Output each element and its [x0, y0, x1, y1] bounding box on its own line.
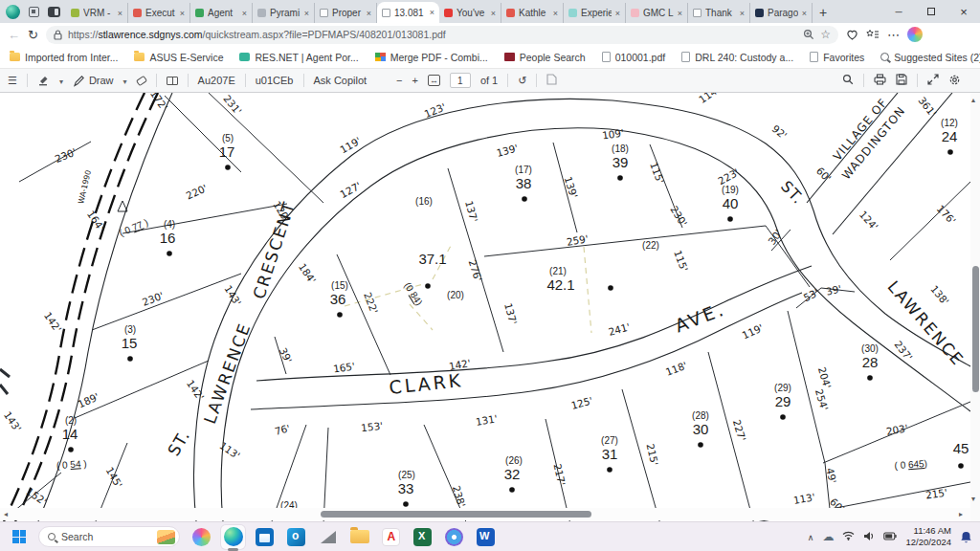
url-field[interactable]: https://stlawrence.sdgnys.com/quickstrea…	[46, 26, 838, 44]
bookmark-res-net-agent-por[interactable]: RES.NET | Agent Por...	[239, 52, 358, 63]
scroll-left-icon[interactable]	[4, 510, 8, 518]
ask-copilot-button[interactable]: Ask Copilot	[314, 75, 368, 86]
scroll-up-icon[interactable]	[971, 96, 975, 104]
tab-close-icon[interactable]	[304, 9, 309, 18]
tab-you-ve[interactable]: You've	[439, 3, 501, 23]
folder-app-icon[interactable]	[347, 525, 371, 549]
horizontal-scrollbar[interactable]	[0, 508, 970, 520]
fit-width-icon[interactable]	[428, 75, 440, 86]
tab-parago[interactable]: Parago	[750, 3, 813, 23]
refresh-icon[interactable]	[28, 29, 38, 41]
copilot-app-icon[interactable]	[189, 525, 213, 549]
lock-icon[interactable]	[54, 30, 62, 40]
toc-menu-icon[interactable]	[8, 75, 17, 87]
tab-experie[interactable]: Experie	[564, 3, 626, 23]
tab-proper[interactable]: Proper	[315, 3, 377, 23]
acro-app-icon[interactable]	[379, 525, 403, 549]
vertical-scrollbar[interactable]	[970, 93, 980, 521]
tab-close-icon[interactable]	[615, 9, 620, 18]
tab-actions-icon[interactable]	[48, 7, 60, 17]
page-view-icon[interactable]	[167, 77, 178, 85]
bookmark-people-search[interactable]: People Search	[504, 52, 586, 63]
vertical-scroll-thumb[interactable]	[972, 266, 979, 392]
copilot-icon[interactable]	[907, 27, 923, 42]
highlighter-button[interactable]	[37, 74, 50, 88]
read-aloud-icon[interactable]	[198, 75, 235, 86]
wifi-icon[interactable]	[842, 531, 855, 542]
tab-kathle[interactable]: Kathle	[501, 3, 564, 23]
new-tab-button[interactable]: +	[813, 2, 834, 23]
zoom-page-icon[interactable]	[803, 29, 814, 40]
gear-icon[interactable]	[948, 74, 961, 88]
excel-app-icon[interactable]	[411, 525, 434, 549]
browser-essentials-icon[interactable]	[846, 29, 858, 41]
battery-icon[interactable]	[883, 532, 897, 542]
bookmark-merge-pdf-combi[interactable]: Merge PDF - Combi...	[375, 52, 488, 63]
draw-button[interactable]: Draw	[73, 75, 114, 87]
tab-close-icon[interactable]	[678, 9, 682, 18]
bookmark-010001-pdf[interactable]: 010001.pdf	[602, 52, 666, 63]
store-app-icon[interactable]	[253, 525, 277, 549]
bookmark-asus-e-service[interactable]: ASUS E-Service	[134, 52, 223, 63]
favorites-list-icon[interactable]	[866, 29, 880, 40]
edge-app-icon[interactable]	[221, 525, 245, 549]
tab-thank[interactable]: Thank	[688, 3, 750, 23]
tab-close-icon[interactable]	[802, 9, 807, 18]
bookmark-imported-from-inter[interactable]: Imported from Inter...	[10, 52, 118, 63]
tab-13-081[interactable]: 13.081	[377, 2, 439, 23]
tab-close-icon[interactable]	[740, 9, 745, 18]
tab-close-icon[interactable]	[367, 9, 371, 18]
tab-pyrami[interactable]: Pyrami	[253, 3, 315, 23]
back-icon[interactable]	[8, 29, 20, 41]
zoom-in-icon[interactable]: +	[412, 75, 417, 86]
tab-close-icon[interactable]	[553, 9, 558, 18]
scroll-right-icon[interactable]	[959, 510, 963, 518]
page-number-input[interactable]: 1	[450, 73, 471, 88]
taskbar-clock[interactable]: 11:46 AM12/20/2024	[905, 525, 951, 548]
expand-icon[interactable]	[927, 74, 939, 87]
window-close-button[interactable]	[947, 0, 980, 23]
settings-more-icon[interactable]	[887, 26, 900, 43]
favorite-star-icon[interactable]	[820, 28, 831, 41]
highlighter-dropdown-icon[interactable]	[59, 75, 63, 86]
scroll-down-icon[interactable]	[971, 495, 975, 503]
tab-close-icon[interactable]	[180, 9, 185, 18]
word-app-icon[interactable]	[474, 525, 498, 549]
translate-icon[interactable]	[256, 75, 294, 86]
outlook-app-icon[interactable]	[284, 525, 308, 549]
page-tools-icon[interactable]	[546, 74, 557, 87]
tab-gmc-l[interactable]: GMC L	[626, 3, 688, 23]
window-minimize-button[interactable]	[882, 0, 915, 23]
bookmark-favorites[interactable]: Favorites	[810, 52, 864, 63]
snip-app-icon[interactable]	[316, 525, 340, 549]
tab-agent[interactable]: Agent	[190, 3, 253, 23]
bookmark-suggested-sites-2[interactable]: Suggested Sites (2)	[880, 52, 980, 63]
workspaces-icon[interactable]	[29, 7, 39, 17]
bookmark-drl-240-custody-a[interactable]: DRL 240: Custody a...	[681, 52, 793, 63]
url-text[interactable]: https://stlawrence.sdgnys.com/quickstrea…	[68, 29, 797, 40]
window-maximize-button[interactable]	[915, 0, 947, 23]
tab-close-icon[interactable]	[242, 9, 247, 18]
tab-close-icon[interactable]	[430, 8, 434, 17]
taskbar-search[interactable]: Search	[38, 526, 180, 547]
rotate-icon[interactable]	[518, 75, 526, 87]
save-icon[interactable]	[896, 74, 907, 87]
eraser-icon[interactable]	[135, 75, 146, 85]
photos-app-icon[interactable]	[442, 525, 466, 549]
profile-avatar[interactable]	[6, 5, 20, 19]
start-button[interactable]	[8, 525, 31, 548]
tray-chevron-up-icon[interactable]	[808, 532, 814, 542]
tab-execut[interactable]: Execut	[128, 3, 190, 23]
search-document-icon[interactable]	[842, 74, 854, 87]
draw-dropdown-icon[interactable]	[123, 75, 127, 86]
onedrive-icon[interactable]	[822, 530, 834, 543]
print-icon[interactable]	[874, 74, 886, 87]
tab-close-icon[interactable]	[118, 9, 122, 18]
pdf-document-area[interactable]: 172'231'123'119'109'114'92'361'60'124'17…	[0, 93, 970, 521]
zoom-out-icon[interactable]: −	[396, 75, 402, 86]
volume-icon[interactable]	[863, 531, 875, 543]
tab-close-icon[interactable]	[491, 9, 496, 18]
tab-vrm[interactable]: VRM -	[66, 3, 128, 23]
horizontal-scroll-thumb[interactable]	[321, 511, 591, 518]
notification-bell-icon[interactable]	[960, 531, 972, 543]
